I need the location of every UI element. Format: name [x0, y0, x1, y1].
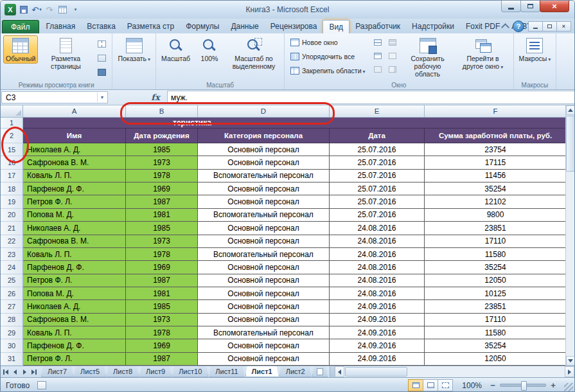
header-cell-date[interactable]: Дата — [330, 129, 425, 143]
cell-year[interactable]: 1969 — [126, 339, 198, 352]
cell-name[interactable]: Николаев А. Д. — [23, 300, 126, 313]
cell-name[interactable]: Николаев А. Д. — [23, 222, 126, 235]
row-header[interactable]: 27 — [1, 300, 23, 313]
cell-category[interactable]: Основной персонал — [198, 287, 330, 300]
row-header[interactable]: 2 — [1, 129, 23, 143]
custom-views-button[interactable] — [95, 51, 109, 64]
view-side-by-side-button[interactable] — [386, 36, 400, 49]
select-all-corner[interactable] — [1, 105, 23, 118]
header-cell-salary[interactable]: Сумма заработной платы, руб. — [425, 129, 567, 143]
previous-sheet-button[interactable] — [10, 366, 20, 377]
workbook-close-button[interactable]: × — [556, 21, 571, 31]
cell-name[interactable]: Коваль Л. П. — [23, 248, 126, 261]
cell-salary[interactable]: 9800 — [425, 209, 567, 222]
cell-date[interactable]: 24.08.2016 — [330, 287, 425, 300]
cell-salary[interactable]: 11580 — [425, 248, 567, 261]
row-header[interactable]: 26 — [1, 287, 23, 300]
cell-category[interactable]: Основной персонал — [198, 353, 330, 366]
ribbon-tab-page-layout[interactable]: Разметка стр — [121, 20, 180, 33]
split-button[interactable] — [371, 36, 385, 49]
cell-year[interactable]: 1987 — [126, 195, 198, 208]
workbook-restore-button[interactable] — [542, 21, 557, 31]
row-header[interactable]: 25 — [1, 274, 23, 287]
cell-name[interactable]: Парфенов Д. Ф. — [23, 183, 126, 195]
cell-category[interactable]: Основной персонал — [198, 314, 330, 326]
help-icon[interactable]: ? — [513, 21, 524, 32]
cell-date[interactable]: 25.07.2016 — [330, 209, 425, 222]
cell-salary[interactable]: 23851 — [425, 222, 567, 235]
minimize-ribbon-icon[interactable] — [501, 23, 509, 31]
cell-salary[interactable]: 17110 — [425, 314, 567, 326]
resize-grip[interactable] — [564, 383, 573, 392]
sheet-tab-3[interactable]: Лист8 — [107, 366, 139, 377]
cell-date[interactable]: 24.09.2016 — [330, 326, 425, 339]
cell-category[interactable]: Основной персонал — [198, 156, 330, 169]
insert-function-button[interactable]: fx — [148, 93, 163, 102]
cell-date[interactable]: 24.08.2016 — [330, 274, 425, 287]
cell-date[interactable]: 25.07.2016 — [330, 195, 425, 208]
tab-split-handle[interactable] — [330, 366, 334, 377]
cell-category[interactable]: Основной персонал — [198, 235, 330, 248]
cell-salary[interactable]: 12102 — [425, 195, 567, 208]
cell-category[interactable]: Основной персонал — [198, 300, 330, 313]
cell-year[interactable]: 1969 — [126, 261, 198, 274]
sheet-tab-5[interactable]: Лист10 — [172, 366, 208, 377]
cell-year[interactable]: 1969 — [126, 183, 198, 195]
row-header[interactable]: 18 — [1, 183, 23, 195]
cell-year[interactable]: 1981 — [126, 209, 198, 222]
minimize-button[interactable] — [501, 1, 521, 12]
show-button[interactable]: Показать — [115, 35, 153, 64]
cell-salary[interactable]: 11456 — [425, 170, 567, 183]
page-layout-shortcut[interactable] — [423, 379, 438, 391]
column-header-e[interactable]: E — [330, 105, 425, 118]
zoom-100-button[interactable]: 100% — [193, 35, 226, 64]
cell-salary[interactable]: 23754 — [425, 143, 567, 156]
page-layout-view-button[interactable]: Разметка страницы — [38, 35, 93, 71]
cell-year[interactable]: 1973 — [126, 235, 198, 248]
full-screen-button[interactable] — [95, 66, 109, 78]
cell-category[interactable]: Вспомогательный персонал — [198, 170, 330, 183]
cell-category[interactable]: Основной персонал — [198, 183, 330, 195]
cell-name[interactable]: Сафронова В. М. — [23, 156, 126, 169]
name-box-dropdown-icon[interactable]: ▾ — [97, 93, 107, 102]
redo-button[interactable]: ↷ — [44, 4, 55, 15]
column-header-d[interactable]: D — [198, 105, 330, 118]
cell-name[interactable]: Коваль Л. П. — [23, 326, 126, 339]
sheet-tab-4[interactable]: Лист9 — [139, 366, 172, 377]
cell-name[interactable]: Петров Ф. Л. — [23, 195, 126, 208]
cell-salary[interactable]: 12050 — [425, 274, 567, 287]
vertical-scrollbar[interactable] — [565, 105, 574, 366]
sheet-tab-8[interactable]: Лист2 — [279, 366, 312, 377]
ribbon-tab-review[interactable]: Рецензирова — [265, 20, 323, 33]
next-sheet-button[interactable] — [20, 366, 30, 377]
cell-name[interactable]: Парфенов Д. Ф. — [23, 339, 126, 352]
ribbon-tab-home[interactable]: Главная — [40, 20, 82, 33]
cell-year[interactable]: 1981 — [126, 287, 198, 300]
arrange-all-button[interactable]: Упорядочить все — [287, 49, 369, 63]
row-header[interactable]: 20 — [1, 209, 23, 222]
row-header[interactable]: 16 — [1, 156, 23, 169]
row-header[interactable]: 30 — [1, 339, 23, 352]
cell-salary[interactable]: 10125 — [425, 287, 567, 300]
switch-windows-button[interactable]: Перейти в другое окно — [456, 35, 511, 71]
cell-category[interactable]: Основной персонал — [198, 339, 330, 352]
cell-year[interactable]: 1985 — [126, 300, 198, 313]
cell-year[interactable]: 1985 — [126, 143, 198, 156]
cell-date[interactable]: 25.07.2016 — [330, 143, 425, 156]
sheet-tab-2[interactable]: Лист5 — [74, 366, 106, 377]
scroll-right-button[interactable] — [565, 366, 574, 377]
undo-button[interactable]: ↶▾ — [31, 4, 42, 15]
header-cell-birth-date[interactable]: Дата рождения — [126, 129, 198, 143]
cell-name[interactable]: Коваль Л. П. — [23, 170, 126, 183]
ribbon-tab-insert[interactable]: Вставка — [81, 20, 121, 33]
cell-salary[interactable]: 35254 — [425, 339, 567, 352]
cell-category[interactable]: Вспомогательный персонал — [198, 248, 330, 261]
cell-date[interactable]: 24.09.2016 — [330, 353, 425, 366]
row-header[interactable]: 1 — [1, 118, 23, 129]
cell-year[interactable]: 1973 — [126, 156, 198, 169]
synchronous-scrolling-button[interactable] — [386, 49, 400, 62]
cell-salary[interactable]: 11580 — [425, 326, 567, 339]
row-header[interactable]: 19 — [1, 195, 23, 208]
row-header[interactable]: 21 — [1, 222, 23, 235]
scroll-up-button[interactable] — [566, 105, 575, 115]
